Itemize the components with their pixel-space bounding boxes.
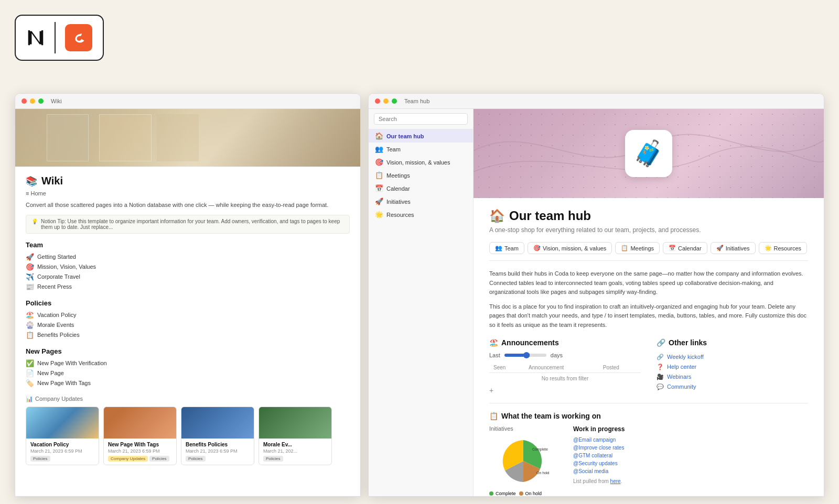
col-announcement: Announcement [524, 363, 599, 373]
nav-pill-resources[interactable]: 🌟 Resources [759, 242, 808, 254]
wip-item-3[interactable]: @Security updates [573, 459, 808, 467]
company-updates: 📊 Company Updates Vacation Policy March … [26, 396, 350, 465]
company-updates-header: 📊 Company Updates [26, 396, 350, 402]
nav-pill-meetings[interactable]: 📋 Meetings [615, 242, 660, 254]
benefits-policies-item[interactable]: 📋 Benefits Policies [26, 330, 350, 340]
initiatives-row: Initiatives [489, 425, 808, 496]
col-seen: Seen [489, 363, 524, 373]
pie-chart: Complete On hold [489, 435, 557, 487]
coda-search-input[interactable] [374, 113, 468, 125]
wip-item-2[interactable]: @GTM collateral [573, 452, 808, 459]
no-results-message: No results from filter [489, 372, 641, 384]
new-page-tags-item[interactable]: 🏷️ New Page With Tags [26, 378, 350, 388]
sidebar-item-calendar[interactable]: 📅 Calendar [369, 182, 473, 195]
update-card-benefits[interactable]: Benefits Policies March 21, 2023 6:59 PM… [181, 407, 254, 465]
link-weekly-kickoff[interactable]: 🔗 Weekly kickoff [657, 352, 808, 362]
policies-section: Policies 🏖️ Vacation Policy 🎡 Morale Eve… [26, 299, 350, 340]
logo-container [15, 15, 104, 61]
coda-page-title: 🏠 Our team hub [489, 209, 808, 223]
what-team-section: 📋 What the team is working on Initiative… [489, 403, 808, 496]
list-item[interactable]: ✈️ Corporate Travel [26, 272, 350, 282]
list-item[interactable]: 🚀 Getting Started [26, 252, 350, 262]
update-card-tags[interactable]: New Page With Tags March 21, 2023 6:59 P… [103, 407, 177, 465]
notion-window: Wiki 📚 Wiki ≡ Home Convert all those sca… [15, 93, 361, 497]
sidebar-item-our-team-hub[interactable]: 🏠 Our team hub [369, 129, 473, 143]
link-help-center[interactable]: ❓ Help center [657, 362, 808, 372]
close-button[interactable] [21, 98, 27, 104]
wip-here-link[interactable]: here [610, 478, 621, 484]
what-team-title: 📋 What the team is working on [489, 412, 808, 420]
coda-subtitle: A one-stop shop for everything related t… [489, 226, 808, 234]
update-card-morale[interactable]: Morale Ev... March 21, 202... Policies [259, 407, 332, 465]
notion-logo [24, 22, 56, 53]
nav-pill-vision[interactable]: 🎯 Vision, mission, & values [528, 242, 612, 254]
list-item[interactable]: 🎯 Mission, Vision, Values [26, 262, 350, 272]
add-announcement-button[interactable]: + [489, 386, 641, 395]
svg-text:Complete: Complete [532, 447, 548, 452]
announcements-title: 🏖️ Announcements [489, 338, 641, 347]
svg-rect-1 [28, 30, 30, 46]
windows-container: Wiki 📚 Wiki ≡ Home Convert all those sca… [15, 93, 824, 497]
sidebar-item-vision[interactable]: 🎯 Vision, mission, & values [369, 156, 473, 169]
announcements-table: Seen Announcement Posted No results from… [489, 363, 641, 384]
coda-main-content: 🧳 🏠 Our team hub A one-stop shop for eve… [474, 109, 824, 496]
work-in-progress: Work in progress @Email campaign @Improv… [573, 425, 808, 496]
wip-item-0[interactable]: @Email campaign [573, 436, 808, 444]
wiki-page-title: Wiki [41, 175, 63, 187]
wip-note: List pulled from here. [573, 478, 808, 484]
coda-two-col: 🏖️ Announcements Last days [489, 338, 808, 395]
sidebar-item-initiatives[interactable]: 🚀 Initiatives [369, 195, 473, 208]
announcements-col: 🏖️ Announcements Last days [489, 338, 641, 395]
wip-item-4[interactable]: @Social media [573, 467, 808, 475]
col-posted: Posted [599, 363, 641, 373]
wiki-hero [15, 109, 360, 167]
coda-titlebar-label: Team hub [404, 98, 429, 104]
nav-pill-team[interactable]: 👥 Team [489, 242, 524, 254]
coda-nav-pills: 👥 Team 🎯 Vision, mission, & values 📋 Mee… [489, 242, 808, 261]
titlebar-label: Wiki [51, 98, 62, 104]
link-community[interactable]: 💬 Community [657, 382, 808, 392]
morale-events-item[interactable]: 🎡 Morale Events [26, 320, 350, 330]
days-slider[interactable] [504, 354, 546, 357]
maximize-button[interactable] [38, 98, 44, 104]
wiki-content: 📚 Wiki ≡ Home Convert all those scattere… [15, 167, 360, 496]
coda-sidebar: 🏠 Our team hub 👥 Team 🎯 Vision, mission,… [369, 109, 474, 496]
coda-titlebar: Team hub [369, 94, 824, 109]
pie-legend: Complete On hold Pending [489, 491, 563, 496]
wip-item-1[interactable]: @Improve close rates [573, 444, 808, 452]
new-page-verification-item[interactable]: ✅ New Page With Verification [26, 358, 350, 368]
coda-briefcase-icon: 🧳 [625, 130, 672, 177]
coda-maximize-button[interactable] [392, 98, 397, 104]
minimize-button[interactable] [30, 98, 35, 104]
notion-titlebar: Wiki [15, 94, 360, 109]
link-webinars[interactable]: 🎥 Webinars [657, 372, 808, 382]
coda-minimize-button[interactable] [383, 98, 389, 104]
coda-hero: 🧳 [474, 109, 824, 198]
coda-search-container [369, 109, 473, 129]
sidebar-item-resources[interactable]: 🌟 Resources [369, 208, 473, 221]
nav-pill-initiatives[interactable]: 🚀 Initiatives [711, 242, 756, 254]
list-item[interactable]: 📰 Recent Press [26, 282, 350, 292]
cards-row: Vacation Policy March 21, 2023 6:59 PM P… [26, 407, 350, 465]
wiki-breadcrumb: ≡ Home [26, 190, 350, 196]
initiatives-chart: Initiatives [489, 425, 563, 496]
svg-rect-2 [41, 30, 43, 46]
other-links-col: 🔗 Other links 🔗 Weekly kickoff ❓ Help ce… [657, 338, 808, 395]
team-section-title: Team [26, 241, 350, 249]
new-pages-section-title: New Pages [26, 347, 350, 355]
team-section: Team 🚀 Getting Started 🎯 Mission, Vision… [26, 241, 350, 292]
svg-text:On hold: On hold [536, 471, 550, 475]
other-links-title: 🔗 Other links [657, 338, 808, 347]
nav-pill-calendar[interactable]: 📅 Calendar [663, 242, 707, 254]
coda-layout: 🏠 Our team hub 👥 Team 🎯 Vision, mission,… [369, 109, 824, 496]
new-page-item[interactable]: 📄 New Page [26, 368, 350, 378]
policies-section-title: Policies [26, 299, 350, 307]
coda-page-content: 🏠 Our team hub A one-stop shop for every… [474, 198, 824, 496]
svg-rect-3 [65, 24, 92, 51]
update-card-vacation[interactable]: Vacation Policy March 21, 2023 6:59 PM P… [26, 407, 99, 465]
announcements-controls: Last days [489, 352, 641, 358]
sidebar-item-team[interactable]: 👥 Team [369, 143, 473, 156]
sidebar-item-meetings[interactable]: 📋 Meetings [369, 169, 473, 182]
vacation-policy-item[interactable]: 🏖️ Vacation Policy [26, 310, 350, 320]
coda-close-button[interactable] [375, 98, 380, 104]
